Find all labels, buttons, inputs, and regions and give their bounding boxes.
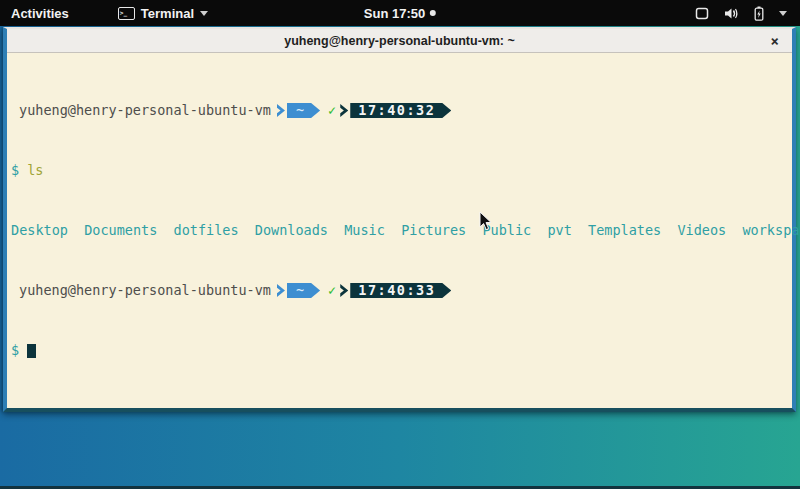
ls-output: Desktop Documents dotfiles Downloads Mus…: [11, 223, 788, 238]
close-button[interactable]: ×: [771, 29, 779, 52]
powerline-chevron-icon: [340, 104, 348, 117]
screen-icon: [695, 7, 709, 20]
command-line: $ ls: [11, 163, 788, 178]
powerline-chevron-icon: [277, 104, 285, 117]
system-status-area[interactable]: [682, 0, 800, 26]
prompt-path-segment: ~: [287, 283, 320, 298]
terminal-cursor: [27, 344, 36, 358]
prompt-line: yuheng@henry-personal-ubuntu-vm ~ ✓ 17:4…: [11, 103, 788, 118]
activities-button[interactable]: Activities: [0, 0, 80, 26]
chevron-down-icon: [779, 11, 787, 16]
top-bar: Activities >_ Terminal Sun 17:50: [0, 0, 800, 26]
chevron-down-icon: [200, 11, 208, 16]
terminal-content[interactable]: yuheng@henry-personal-ubuntu-vm ~ ✓ 17:4…: [7, 53, 792, 403]
typed-command: ls: [27, 163, 43, 178]
app-menu-label: Terminal: [141, 6, 194, 21]
prompt-line: yuheng@henry-personal-ubuntu-vm ~ ✓ 17:4…: [11, 283, 788, 298]
powerline-chevron-icon: [277, 284, 285, 297]
battery-charging-icon: [754, 6, 764, 21]
clock-button[interactable]: Sun 17:50: [364, 0, 436, 26]
terminal-window: yuheng@henry-personal-ubuntu-vm: ~ × yuh…: [3, 27, 796, 412]
mouse-cursor-icon: [479, 211, 493, 235]
desktop: Activities >_ Terminal Sun 17:50: [0, 0, 800, 489]
volume-icon: [724, 7, 739, 20]
status-check-icon: ✓: [328, 283, 336, 298]
prompt-host: yuheng@henry-personal-ubuntu-vm: [19, 103, 271, 118]
status-check-icon: ✓: [328, 103, 336, 118]
prompt-symbol: $: [11, 343, 19, 358]
terminal-icon: >_: [118, 7, 135, 20]
titlebar[interactable]: yuheng@henry-personal-ubuntu-vm: ~ ×: [7, 29, 792, 53]
terminal-icon-glyph: >_: [120, 10, 127, 16]
clock-label: Sun 17:50: [364, 6, 425, 21]
app-menu-terminal[interactable]: >_ Terminal: [108, 0, 218, 26]
prompt-path-segment: ~: [287, 103, 320, 118]
prompt-time-segment: 17:40:32: [350, 103, 451, 118]
command-line[interactable]: $: [11, 343, 788, 358]
prompt-host: yuheng@henry-personal-ubuntu-vm: [19, 283, 271, 298]
prompt-time-segment: 17:40:33: [350, 283, 451, 298]
powerline-chevron-icon: [340, 284, 348, 297]
notification-dot-icon: [430, 10, 436, 16]
window-title: yuheng@henry-personal-ubuntu-vm: ~: [284, 34, 515, 48]
prompt-symbol: $: [11, 163, 19, 178]
